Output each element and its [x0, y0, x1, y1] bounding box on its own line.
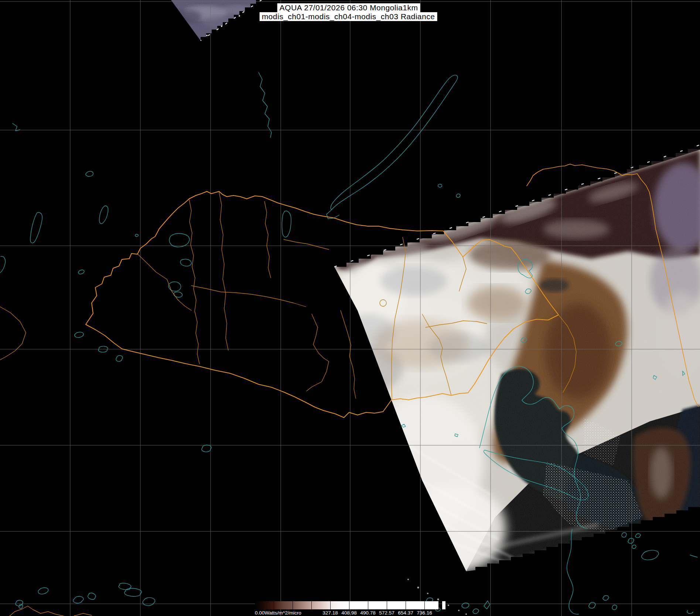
colorbar-tick-label: 736.16: [417, 610, 432, 616]
map-image: [0, 0, 700, 616]
lake-khovsgol-outline: [282, 211, 291, 237]
colorbar-tick: [349, 601, 349, 609]
colorbar-tick-label: 654.37: [398, 610, 413, 616]
modis-granule-fragment: [168, 0, 264, 44]
radiance-colorbar: 0.00Watts/m^2/micro 327.18 408.98 490.78…: [255, 601, 449, 616]
kazakh-border-segment: [0, 307, 26, 360]
satellite-viewer-canvas: AQUA 27/01/2026 06:30 Mongolia1km modis_…: [0, 0, 700, 616]
colorbar-tick: [330, 601, 331, 609]
southwest-border-segment: [10, 606, 92, 616]
colorbar-tick-label: 572.57: [379, 610, 394, 616]
colorbar-tick: [387, 601, 387, 609]
lake-baikal-outline: [331, 75, 458, 210]
colorbar-tick-label: 490.78: [360, 610, 375, 616]
image-title-line-1: AQUA 27/01/2026 06:30 Mongolia1km: [277, 3, 420, 12]
image-title-line-2: modis_ch01-modis_ch04-modis_ch03 Radianc…: [260, 12, 437, 21]
modis-granule-image: [332, 144, 700, 615]
colorbar-tick: [311, 601, 312, 609]
lake-uvs-outline: [169, 234, 189, 247]
colorbar-tick: [406, 601, 406, 609]
colorbar-tick-label: 327.18: [322, 610, 338, 616]
colorbar-tick: [368, 601, 368, 609]
colorbar-tick: [274, 601, 274, 609]
colorbar-unit-label: 0.00Watts/m^2/micro: [255, 610, 301, 616]
colorbar-tick: [424, 601, 425, 609]
river-outline: [259, 72, 272, 137]
colorbar-gradient: [255, 601, 438, 609]
colorbar-tick: [293, 601, 293, 609]
colorbar-end-cap: [442, 601, 445, 609]
colorbar-tick-label: 408.98: [341, 610, 356, 616]
